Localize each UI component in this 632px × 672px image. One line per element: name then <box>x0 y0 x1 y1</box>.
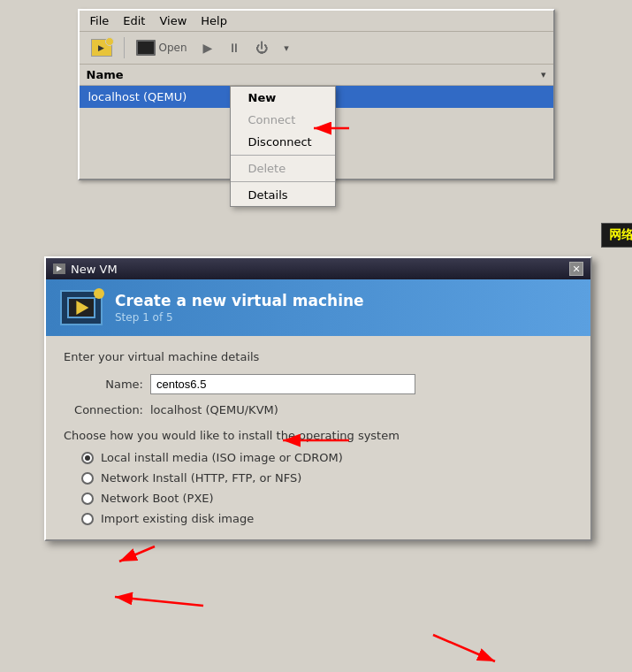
option-network-boot[interactable]: Network Boot (PXE) <box>81 492 573 505</box>
new-vm-toolbar-icon: ▶ <box>85 35 118 60</box>
dialog-header: Create a new virtual machine Step 1 of 5 <box>46 279 590 336</box>
name-field-row: Name: <box>64 374 573 394</box>
connection-value: localhost (QEMU/KVM) <box>150 403 278 416</box>
svg-line-4 <box>115 597 203 606</box>
new-vm-dialog: ▶ New VM ✕ Create a new virtual machine … <box>44 256 592 541</box>
power-button[interactable]: ⏻ <box>249 37 274 58</box>
dialog-step: Step 1 of 5 <box>115 311 364 324</box>
menubar: File Edit View Help <box>80 11 553 32</box>
ctx-disconnect[interactable]: Disconnect <box>231 131 335 153</box>
ctx-sep-2 <box>231 181 335 182</box>
dialog-header-title: Create a new virtual machine <box>115 292 364 309</box>
menu-edit[interactable]: Edit <box>116 12 152 29</box>
ctx-delete[interactable]: Delete <box>231 157 335 179</box>
option-local-install[interactable]: Local install media (ISO image or CDROM) <box>81 451 573 464</box>
dropdown-button[interactable]: ▾ <box>278 39 295 57</box>
context-menu: New Connect Disconnect Delete Details <box>230 86 336 207</box>
header-text: Create a new virtual machine Step 1 of 5 <box>115 292 364 324</box>
ctx-new[interactable]: New <box>231 87 335 109</box>
connection-field-row: Connection: localhost (QEMU/KVM) <box>64 403 573 416</box>
svg-line-3 <box>119 546 155 561</box>
name-column-label: Name <box>87 68 124 81</box>
pause-button[interactable]: ⏸ <box>222 37 246 58</box>
ctx-details[interactable]: Details <box>231 184 335 206</box>
virt-manager-window: File Edit View Help ▶ Open ▶ ⏸ <box>78 9 555 180</box>
menu-help[interactable]: Help <box>194 12 234 29</box>
section-label: Enter your virtual machine details <box>64 350 573 363</box>
vm-name-input[interactable] <box>150 374 415 394</box>
watermark-badge: 网络工程师助手 <box>601 223 633 248</box>
choose-label: Choose how you would like to install the… <box>64 429 573 442</box>
play-button[interactable]: ▶ <box>197 37 219 58</box>
name-header: Name ▾ <box>80 65 553 86</box>
option-import-disk[interactable]: Import existing disk image <box>81 512 573 525</box>
svg-line-5 <box>433 635 495 661</box>
ctx-connect[interactable]: Connect <box>231 109 335 131</box>
radio-network-boot[interactable] <box>81 493 94 505</box>
header-icon <box>60 290 103 325</box>
dialog-titlebar: ▶ New VM ✕ <box>46 258 590 279</box>
menu-view[interactable]: View <box>152 12 194 29</box>
ctx-sep-1 <box>231 155 335 156</box>
dialog-body: Enter your virtual machine details Name:… <box>46 336 590 539</box>
name-chevron: ▾ <box>541 69 546 80</box>
toolbar: ▶ Open ▶ ⏸ ⏻ ▾ <box>80 32 553 65</box>
dialog-title: New VM <box>71 263 118 276</box>
dialog-close-button[interactable]: ✕ <box>569 262 583 276</box>
radio-local-install[interactable] <box>81 452 94 464</box>
open-button[interactable]: Open <box>130 36 194 59</box>
dialog-vm-icon: ▶ <box>53 263 65 274</box>
radio-import-disk[interactable] <box>81 513 94 525</box>
connection-label: Connection: <box>64 403 143 416</box>
radio-network-install[interactable] <box>81 472 94 485</box>
name-label: Name: <box>64 378 143 391</box>
install-options: Local install media (ISO image or CDROM)… <box>81 451 573 525</box>
menu-file[interactable]: File <box>83 12 117 29</box>
option-network-install[interactable]: Network Install (HTTP, FTP, or NFS) <box>81 471 573 485</box>
toolbar-separator-1 <box>124 37 125 58</box>
